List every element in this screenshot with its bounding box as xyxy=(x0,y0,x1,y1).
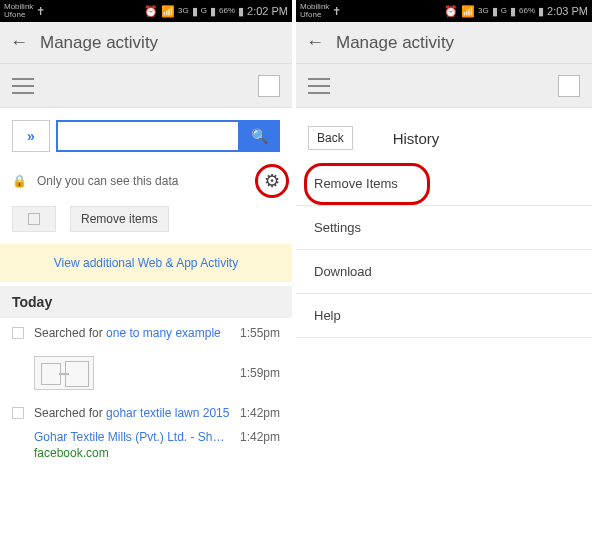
toolbar-row xyxy=(296,64,592,108)
visited-page-link[interactable]: Gohar Textile Mills (Pvt.) Ltd. - Shah..… xyxy=(34,430,230,444)
item-checkbox[interactable] xyxy=(12,407,24,419)
item-checkbox[interactable] xyxy=(12,327,24,339)
battery-icon: ▮ xyxy=(238,6,244,17)
activity-time: 1:42pm xyxy=(240,430,280,444)
signal-icon: ▮ xyxy=(492,6,498,17)
status-bar: Mobilink Ufone ✝ ⏰ 📶 3G ▮ G ▮ 66% ▮ 2:02… xyxy=(0,0,292,22)
network-3g-label: 3G xyxy=(478,7,489,15)
activity-time: 1:55pm xyxy=(240,326,280,340)
lock-icon: 🔒 xyxy=(12,174,27,188)
carrier-label: Mobilink Ufone xyxy=(4,3,33,19)
page-title: Manage activity xyxy=(40,33,158,53)
remove-items-button[interactable]: Remove items xyxy=(70,206,169,232)
back-arrow-icon[interactable]: ← xyxy=(10,32,28,53)
bluetooth-icon: ✝ xyxy=(36,6,45,17)
toolbar-row xyxy=(0,64,292,108)
clock-label: 2:02 PM xyxy=(247,7,288,15)
history-header-row: Back History xyxy=(296,108,592,162)
menu-item-download[interactable]: Download xyxy=(296,250,592,294)
wifi-icon: 📶 xyxy=(461,6,475,17)
privacy-text: Only you can see this data xyxy=(37,174,178,188)
search-button[interactable]: 🔍 xyxy=(238,120,280,152)
signal-icon: ▮ xyxy=(192,6,198,17)
phone-right: Mobilink Ufone ✝ ⏰ 📶 3G ▮ G ▮ 66% ▮ 2:03… xyxy=(296,0,592,536)
activity-item[interactable]: Searched for gohar textile lawn 2015 1:4… xyxy=(0,398,292,428)
app-header: ← Manage activity xyxy=(296,22,592,64)
gear-icon[interactable]: ⚙ xyxy=(264,171,280,191)
activity-item[interactable]: Gohar Textile Mills (Pvt.) Ltd. - Shah..… xyxy=(0,428,292,446)
activity-time: 1:59pm xyxy=(240,366,280,380)
back-arrow-icon[interactable]: ← xyxy=(306,32,324,53)
search-query-link[interactable]: gohar textile lawn 2015 xyxy=(106,406,229,420)
clock-label: 2:03 PM xyxy=(547,7,588,15)
search-row: » 🔍 xyxy=(0,108,292,164)
search-input-wrap: 🔍 xyxy=(56,120,280,152)
search-icon: 🔍 xyxy=(251,128,268,144)
activity-item[interactable]: facebook.com xyxy=(0,446,292,468)
select-all-checkbox[interactable] xyxy=(12,206,56,232)
search-input[interactable] xyxy=(56,120,238,152)
content-area: » 🔍 🔒 Only you can see this data ⚙ xyxy=(0,108,292,536)
privacy-row: 🔒 Only you can see this data ⚙ xyxy=(0,164,292,198)
menu-item-remove-items[interactable]: Remove Items xyxy=(296,162,592,206)
alarm-icon: ⏰ xyxy=(444,6,458,17)
today-section-header: Today xyxy=(0,286,292,318)
history-title: History xyxy=(393,130,440,147)
status-bar: Mobilink Ufone ✝ ⏰ 📶 3G ▮ G ▮ 66% ▮ 2:03… xyxy=(296,0,592,22)
expand-chevron-icon[interactable]: » xyxy=(12,120,50,152)
content-area: Back History Remove Items Settings Downl… xyxy=(296,108,592,536)
avatar-placeholder[interactable] xyxy=(558,75,580,97)
alarm-icon: ⏰ xyxy=(144,6,158,17)
action-row: Remove items xyxy=(0,198,292,240)
battery-icon: ▮ xyxy=(538,6,544,17)
activity-text: Searched for gohar textile lawn 2015 xyxy=(34,406,230,420)
hamburger-icon[interactable] xyxy=(308,78,330,94)
network-3g-label: 3G xyxy=(178,7,189,15)
search-query-link[interactable]: one to many example xyxy=(106,326,221,340)
visited-domain: facebook.com xyxy=(34,446,280,460)
signal-icon: ▮ xyxy=(210,6,216,17)
app-header: ← Manage activity xyxy=(0,22,292,64)
activity-text: Searched for one to many example xyxy=(34,326,230,340)
hamburger-icon[interactable] xyxy=(12,78,34,94)
battery-label: 66% xyxy=(519,7,535,15)
additional-activity-banner[interactable]: View additional Web & App Activity xyxy=(0,244,292,282)
phone-left: Mobilink Ufone ✝ ⏰ 📶 3G ▮ G ▮ 66% ▮ 2:02… xyxy=(0,0,296,536)
network-g-label: G xyxy=(501,7,507,15)
menu-item-help[interactable]: Help xyxy=(296,294,592,338)
bluetooth-icon: ✝ xyxy=(332,6,341,17)
activity-item[interactable]: 1:59pm xyxy=(0,348,292,398)
avatar-placeholder[interactable] xyxy=(258,75,280,97)
wifi-icon: 📶 xyxy=(161,6,175,17)
activity-time: 1:42pm xyxy=(240,406,280,420)
menu-item-settings[interactable]: Settings xyxy=(296,206,592,250)
battery-label: 66% xyxy=(219,7,235,15)
activity-thumbnail[interactable] xyxy=(34,356,94,390)
carrier-label: Mobilink Ufone xyxy=(300,3,329,19)
signal-icon: ▮ xyxy=(510,6,516,17)
settings-menu-list: Remove Items Settings Download Help xyxy=(296,162,592,338)
page-title: Manage activity xyxy=(336,33,454,53)
activity-item[interactable]: Searched for one to many example 1:55pm xyxy=(0,318,292,348)
back-button[interactable]: Back xyxy=(308,126,353,150)
network-g-label: G xyxy=(201,7,207,15)
